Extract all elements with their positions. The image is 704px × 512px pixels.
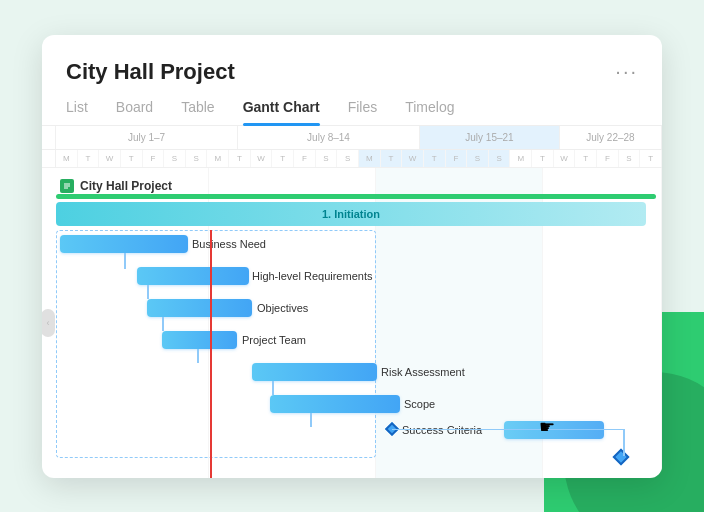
- week-label-3: July 15–21: [420, 126, 560, 149]
- week-label-4: July 22–28: [560, 126, 662, 149]
- dep-line-5: [272, 381, 274, 395]
- dep-line-4: [197, 349, 199, 363]
- day-M2: M: [207, 150, 229, 167]
- initiation-bar[interactable]: 1. Initiation: [56, 202, 646, 226]
- day-T9: T: [640, 150, 662, 167]
- day-S5: S: [467, 150, 489, 167]
- day-F1: F: [143, 150, 165, 167]
- gantt-container: July 1–7 July 8–14 July 15–21 July 22–28…: [42, 126, 662, 478]
- tab-list[interactable]: List: [66, 99, 88, 125]
- tab-timelog[interactable]: Timelog: [405, 99, 454, 125]
- day-F4: F: [597, 150, 619, 167]
- task-label-risk: Risk Assessment: [381, 363, 465, 381]
- gantt-body: ‹ City Hall Project 1. Initiation: [42, 168, 662, 478]
- day-T7: T: [532, 150, 554, 167]
- tab-files[interactable]: Files: [348, 99, 378, 125]
- card-header: City Hall Project ···: [42, 59, 662, 85]
- nav-tabs: List Board Table Gantt Chart Files Timel…: [42, 85, 662, 126]
- project-row-label: City Hall Project: [80, 179, 172, 193]
- project-icon: [60, 179, 74, 193]
- week-header-row: July 1–7 July 8–14 July 15–21 July 22–28: [42, 126, 662, 150]
- day-T5: T: [381, 150, 403, 167]
- dep-line-v2: [623, 429, 625, 456]
- task-label-business-need: Business Need: [192, 235, 266, 253]
- day-S4: S: [337, 150, 359, 167]
- day-M1: M: [56, 150, 78, 167]
- dep-line-1: [124, 253, 126, 269]
- task-bar-business-need[interactable]: [60, 235, 188, 253]
- day-W4: W: [554, 150, 576, 167]
- day-T6: T: [424, 150, 446, 167]
- task-label-hlr: High-level Requirements: [252, 267, 372, 285]
- main-card: City Hall Project ··· List Board Table G…: [42, 35, 662, 478]
- today-line: [210, 230, 212, 478]
- day-header-row: M T W T F S S M T W T F S S M T W T F S …: [42, 150, 662, 168]
- more-options-button[interactable]: ···: [615, 60, 638, 83]
- day-W1: W: [99, 150, 121, 167]
- day-T4: T: [272, 150, 294, 167]
- dep-line-3: [162, 317, 164, 331]
- project-title: City Hall Project: [66, 59, 235, 85]
- task-label-project-team: Project Team: [242, 331, 306, 349]
- task-label-objectives: Objectives: [257, 299, 308, 317]
- day-W2: W: [251, 150, 273, 167]
- task-bar-scope[interactable]: [270, 395, 400, 413]
- day-M3: M: [359, 150, 381, 167]
- day-S3: S: [316, 150, 338, 167]
- day-T1: T: [78, 150, 100, 167]
- task-bar-objectives[interactable]: [147, 299, 252, 317]
- day-S2: S: [186, 150, 208, 167]
- day-F3: F: [446, 150, 468, 167]
- day-M4: M: [510, 150, 532, 167]
- day-S7: S: [619, 150, 641, 167]
- day-F2: F: [294, 150, 316, 167]
- day-W3: W: [402, 150, 424, 167]
- tab-gantt-chart[interactable]: Gantt Chart: [243, 99, 320, 125]
- project-progress-bar: [56, 194, 656, 199]
- day-T8: T: [575, 150, 597, 167]
- dep-line-6: [310, 413, 312, 427]
- week-label-1: July 1–7: [56, 126, 238, 149]
- task-label-scope: Scope: [404, 395, 435, 413]
- day-S6: S: [489, 150, 511, 167]
- dep-line-2: [147, 285, 149, 299]
- task-bar-risk[interactable]: [252, 363, 377, 381]
- day-S1: S: [164, 150, 186, 167]
- task-bar-project-team[interactable]: [162, 331, 237, 349]
- tab-board[interactable]: Board: [116, 99, 153, 125]
- task-bar-hlr[interactable]: [137, 267, 249, 285]
- week-label-2: July 8–14: [238, 126, 420, 149]
- dep-line-h: [392, 429, 624, 431]
- tab-table[interactable]: Table: [181, 99, 214, 125]
- day-T2: T: [121, 150, 143, 167]
- cursor-pointer: ☛: [539, 416, 555, 438]
- day-T3: T: [229, 150, 251, 167]
- initiation-label: 1. Initiation: [322, 208, 380, 220]
